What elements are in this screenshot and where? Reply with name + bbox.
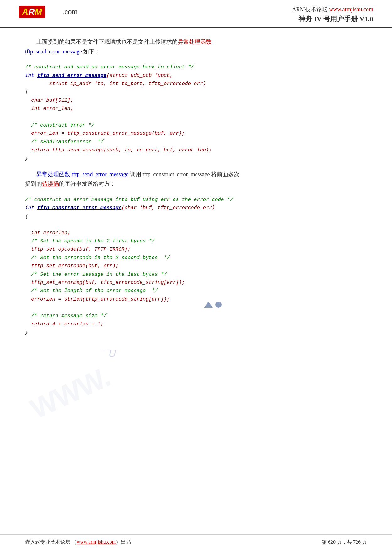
code2-kw: int bbox=[25, 205, 34, 211]
code1-funcname: tftp_send_error_message bbox=[37, 73, 106, 79]
logo-arm: ARM bbox=[22, 7, 42, 17]
code-block-2: /* construct an error message into buf u… bbox=[25, 194, 367, 338]
code2-line7: tftp_set_errorcode(buf, err); bbox=[25, 263, 119, 269]
code2-line11: return 4 + errorlen + 1; bbox=[25, 321, 104, 327]
code1-comment3: /* sEndTransfererror */ bbox=[25, 139, 104, 145]
intro-text3: 如下： bbox=[82, 48, 100, 55]
intro-paragraph: 上面提到的如果不是文件下载请求也不是文件上传请求的异常处理函数 tftp_sen… bbox=[25, 37, 367, 56]
header-title: 神舟 IV 号用户手册 V1.0 bbox=[292, 14, 373, 24]
code2-comment1: /* construct an error message into buf u… bbox=[25, 197, 233, 203]
code1-line3: struct ip_addr *to, int to_port, tftp_er… bbox=[25, 81, 206, 87]
arrow-up-icon bbox=[204, 302, 213, 308]
intro-text1: 上面提到的如果不是文件下载请求也不是文件上传请求的 bbox=[36, 39, 178, 45]
code1-line8: error_len = tftp_construct_error_message… bbox=[25, 131, 185, 136]
page-header: ARM jishu .com ARM技术论坛 www.armjishu.com … bbox=[0, 0, 392, 28]
code2-line2rest: (char *buf, tftp_errorcode err) bbox=[121, 205, 215, 211]
header-forum: ARM技术论坛 www.armjishu.com bbox=[292, 6, 373, 13]
footer-right-text: ）出品 bbox=[116, 539, 131, 545]
logo-area: ARM jishu .com bbox=[19, 6, 78, 18]
arrow-circle-icon bbox=[215, 302, 222, 308]
desc-func-label: 异常处理函数 tftp_send_error_message bbox=[36, 171, 128, 177]
code2-comment5: /* Set the length of the error message *… bbox=[25, 288, 158, 294]
code2-funcname: tftp_construct_error_message bbox=[37, 205, 121, 211]
code2-comment4: /* Set the error message in the last byt… bbox=[25, 272, 167, 277]
code2-comment3: /* Set the errorcode in the 2 second byt… bbox=[25, 255, 170, 261]
code2-line8: tftp_set_errormsg(buf, tftp_errorcode_st… bbox=[25, 280, 185, 286]
desc-red-err: 错误码 bbox=[42, 181, 59, 187]
code1-comment1: /* construct and send an error message b… bbox=[25, 64, 194, 70]
logo-box: ARM bbox=[19, 6, 45, 18]
code1-line4: { bbox=[25, 89, 28, 95]
logo-domain: .com bbox=[62, 8, 78, 16]
arrow-decoration bbox=[204, 302, 222, 308]
watermark: WWW. bbox=[28, 377, 112, 409]
code2-line12: } bbox=[25, 329, 28, 335]
desc-paragraph: 异常处理函数 tftp_send_error_message 调用 tftp_c… bbox=[25, 170, 367, 189]
footer-page-info: 第 620 页，共 726 页 bbox=[322, 539, 367, 546]
code2-comment6: /* return message size */ bbox=[25, 313, 106, 319]
smile-decoration: ⁻∪ bbox=[100, 346, 116, 360]
footer-url-link[interactable]: www.armjishu.com bbox=[77, 539, 116, 545]
code2-line3: { bbox=[25, 214, 28, 219]
desc-text1: 异常处理函数 tftp_send_error_message 调用 tftp_c… bbox=[36, 171, 239, 177]
code1-comment2: /* construct error */ bbox=[25, 122, 94, 128]
code1-line10: } bbox=[25, 155, 28, 161]
footer-left: 嵌入式专业技术论坛 （www.armjishu.com）出品 bbox=[25, 539, 131, 546]
code2-line9: errorlen = strlen(tftp_errorcode_string[… bbox=[25, 297, 170, 302]
code2-line5: int errorlen; bbox=[25, 230, 70, 236]
desc-text3: 的字符串发送给对方： bbox=[59, 181, 115, 187]
code1-kw: int bbox=[25, 73, 34, 79]
code1-line5: char buf[512]; bbox=[25, 98, 73, 103]
header-right: ARM技术论坛 www.armjishu.com 神舟 IV 号用户手册 V1.… bbox=[292, 6, 373, 24]
page-footer: 嵌入式专业技术论坛 （www.armjishu.com）出品 第 620 页，共… bbox=[0, 534, 392, 546]
footer-left-text: 嵌入式专业技术论坛 （ bbox=[25, 539, 77, 545]
code2-comment2: /* Set the opcode in the 2 first bytes *… bbox=[25, 238, 155, 244]
code1-line6: int error_len; bbox=[25, 106, 73, 112]
code2-line6: tftp_set_opcode(buf, TFTP_ERROR); bbox=[25, 247, 131, 252]
desc-call-text: 调用 tftp_construct_error_message 将前面多次 bbox=[130, 171, 239, 177]
main-content: 上面提到的如果不是文件下载请求也不是文件上传请求的异常处理函数 tftp_sen… bbox=[0, 28, 392, 353]
intro-red-text: 异常处理函数 bbox=[178, 39, 212, 45]
logo-jishu: jishu bbox=[46, 8, 62, 16]
desc-text2: 提到的 bbox=[25, 181, 42, 187]
code1-line9: return tftp_send_message(upcb, to, to_po… bbox=[25, 147, 212, 153]
intro-blue-func: tftp_send_error_message bbox=[25, 48, 82, 55]
forum-url-link[interactable]: www.armjishu.com bbox=[329, 6, 373, 13]
code-block-1: /* construct and send an error message b… bbox=[25, 62, 367, 164]
code1-line2rest: (struct udp_pcb *upcb, bbox=[106, 73, 173, 79]
